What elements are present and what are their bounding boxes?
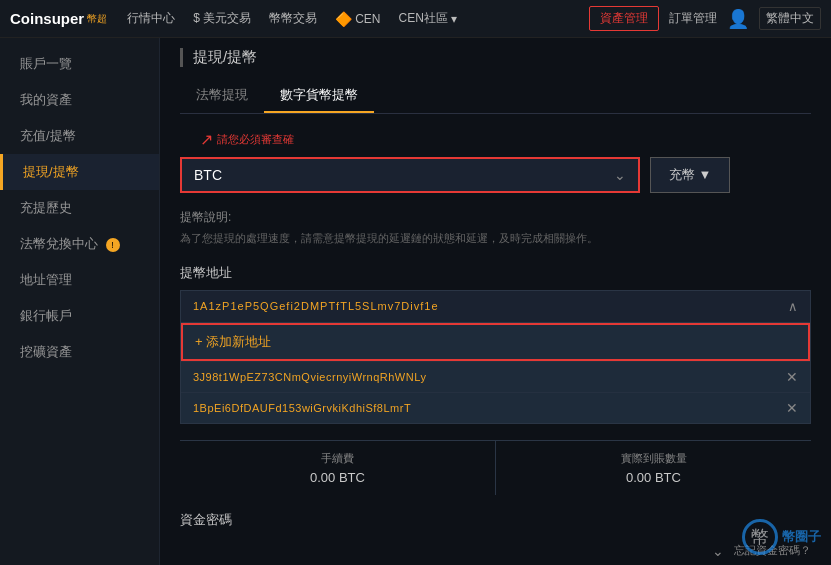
coin-select-value: BTC <box>194 167 222 183</box>
nav-items: 行情中心 $ 美元交易 幣幣交易 🔶 CEN CEN社區 ▾ <box>127 10 589 27</box>
sidebar-item-mining[interactable]: 挖礦資產 <box>0 334 159 370</box>
nav-label-market: 行情中心 <box>127 10 175 27</box>
sidebar-label-address: 地址管理 <box>20 272 72 287</box>
receive-value: 0.00 BTC <box>512 470 795 485</box>
notice-text: 請您必須審查確 <box>217 132 294 147</box>
close-icon-1[interactable]: ✕ <box>786 369 798 385</box>
current-address-value: 1A1zP1eP5QGefi2DMPTfTL5SLmv7Divf1e <box>193 300 439 312</box>
info-desc: 為了您提現的處理速度，請需意提幣提現的延遲鏈的狀態和延遲，及時完成相關操作。 <box>180 230 811 248</box>
user-icon[interactable]: 👤 <box>727 8 749 30</box>
fee-col-fee: 手續費 0.00 BTC <box>180 441 495 495</box>
receive-label: 實際到賬數量 <box>512 451 795 466</box>
address-list-value-1: 3J98t1WpEZ73CNmQviecrnyiWrnqRhWNLy <box>193 371 426 383</box>
top-nav: Coinsuper 幣超 行情中心 $ 美元交易 幣幣交易 🔶 CEN CEN社… <box>0 0 831 38</box>
address-section-label: 提幣地址 <box>180 264 811 282</box>
fee-value: 0.00 BTC <box>196 470 479 485</box>
tab-fiat[interactable]: 法幣提現 <box>180 79 264 113</box>
fund-password-section: 資金密碼 ⌄ 忘記資金密碼？ <box>180 511 811 565</box>
close-icon-2[interactable]: ✕ <box>786 400 798 416</box>
nav-label-cen: CEN <box>355 12 380 26</box>
tab-crypto[interactable]: 數字貨幣提幣 <box>264 79 374 113</box>
nav-item-cen[interactable]: 🔶 CEN <box>335 11 380 27</box>
nav-label-community: CEN社區 <box>399 10 448 27</box>
add-address-button[interactable]: + 添加新地址 <box>181 323 810 361</box>
sidebar-label-history: 充提歷史 <box>20 200 72 215</box>
asset-management-button[interactable]: 資產管理 <box>589 6 659 31</box>
nav-right: 資產管理 訂單管理 👤 繁體中文 <box>589 6 821 31</box>
fund-input-row: ⌄ 忘記資金密碼？ <box>180 537 811 565</box>
address-list-value-2: 1BpEi6DfDAUFd153wiGrvkiKdhiSf8LmrT <box>193 402 411 414</box>
sidebar-label-account: 賬戶一覽 <box>20 56 72 71</box>
watermark-circle-char: 幣 <box>751 525 769 549</box>
address-dropdown: 1A1zP1eP5QGefi2DMPTfTL5SLmv7Divf1e ∧ + 添… <box>180 290 811 424</box>
sidebar-label-bank: 銀行帳戶 <box>20 308 72 323</box>
tabs: 法幣提現 數字貨幣提幣 <box>180 79 811 114</box>
main-content: 提現/提幣 法幣提現 數字貨幣提幣 ↗ 請您必須審查確 BTC ⌄ 充幣 ▼ 提… <box>160 38 831 565</box>
sidebar-label-assets: 我的資產 <box>20 92 72 107</box>
fee-label: 手續費 <box>196 451 479 466</box>
logo[interactable]: Coinsuper 幣超 <box>10 10 107 27</box>
fund-password-label: 資金密碼 <box>180 511 811 529</box>
sidebar-item-bank[interactable]: 銀行帳戶 <box>0 298 159 334</box>
order-management-button[interactable]: 訂單管理 <box>669 10 717 27</box>
fund-chevron-icon: ⌄ <box>712 543 724 559</box>
sidebar-item-history[interactable]: 充提歷史 <box>0 190 159 226</box>
withdraw-button[interactable]: 充幣 ▼ <box>650 157 730 193</box>
logo-text: Coinsuper <box>10 10 84 27</box>
fee-col-receive: 實際到賬數量 0.00 BTC <box>495 441 811 495</box>
notice-row: ↗ 請您必須審查確 <box>200 130 811 149</box>
nav-item-coin[interactable]: 幣幣交易 <box>269 10 317 27</box>
sidebar-label-mining: 挖礦資產 <box>20 344 72 359</box>
nav-label-coin: 幣幣交易 <box>269 10 317 27</box>
chevron-up-icon: ∧ <box>788 299 798 314</box>
chevron-down-icon: ⌄ <box>614 167 626 183</box>
notice-arrow-icon: ↗ <box>200 130 213 149</box>
sidebar-label-deposit: 充值/提幣 <box>20 128 76 143</box>
sidebar: 賬戶一覽 我的資產 充值/提幣 提現/提幣 充提歷史 法幣兌換中心 ! 地址管理… <box>0 38 160 565</box>
language-switcher[interactable]: 繁體中文 <box>759 7 821 30</box>
nav-item-community[interactable]: CEN社區 ▾ <box>399 10 457 27</box>
info-label: 提幣說明: <box>180 209 811 226</box>
address-list-item: 3J98t1WpEZ73CNmQviecrnyiWrnqRhWNLy ✕ <box>181 361 810 392</box>
sidebar-item-withdraw[interactable]: 提現/提幣 <box>0 154 159 190</box>
sidebar-item-exchange[interactable]: 法幣兌換中心 ! <box>0 226 159 262</box>
watermark: 幣 幣圈子 <box>742 519 821 555</box>
dropdown-icon: ▾ <box>451 12 457 26</box>
address-list-item-2: 1BpEi6DfDAUFd153wiGrvkiKdhiSf8LmrT ✕ <box>181 392 810 423</box>
nav-label-usd: $ 美元交易 <box>193 10 251 27</box>
watermark-circle: 幣 <box>742 519 778 555</box>
coin-select-dropdown[interactable]: BTC ⌄ <box>180 157 640 193</box>
fee-row: 手續費 0.00 BTC 實際到賬數量 0.00 BTC <box>180 440 811 495</box>
watermark-text: 幣圈子 <box>782 528 821 546</box>
exchange-badge: ! <box>106 238 120 252</box>
info-section: 提幣說明: 為了您提現的處理速度，請需意提幣提現的延遲鏈的狀態和延遲，及時完成相… <box>180 209 811 248</box>
page-title: 提現/提幣 <box>180 48 811 67</box>
nav-item-market[interactable]: 行情中心 <box>127 10 175 27</box>
sidebar-item-account[interactable]: 賬戶一覽 <box>0 46 159 82</box>
logo-sub: 幣超 <box>87 12 107 26</box>
nav-item-usd[interactable]: $ 美元交易 <box>193 10 251 27</box>
selector-row: BTC ⌄ 充幣 ▼ <box>180 157 811 193</box>
address-top-row[interactable]: 1A1zP1eP5QGefi2DMPTfTL5SLmv7Divf1e ∧ <box>181 291 810 323</box>
sidebar-label-exchange: 法幣兌換中心 <box>20 236 98 251</box>
sidebar-label-withdraw: 提現/提幣 <box>23 164 79 179</box>
cen-icon: 🔶 <box>335 11 352 27</box>
sidebar-item-address[interactable]: 地址管理 <box>0 262 159 298</box>
layout: 賬戶一覽 我的資產 充值/提幣 提現/提幣 充提歷史 法幣兌換中心 ! 地址管理… <box>0 38 831 565</box>
sidebar-item-deposit[interactable]: 充值/提幣 <box>0 118 159 154</box>
sidebar-item-assets[interactable]: 我的資產 <box>0 82 159 118</box>
